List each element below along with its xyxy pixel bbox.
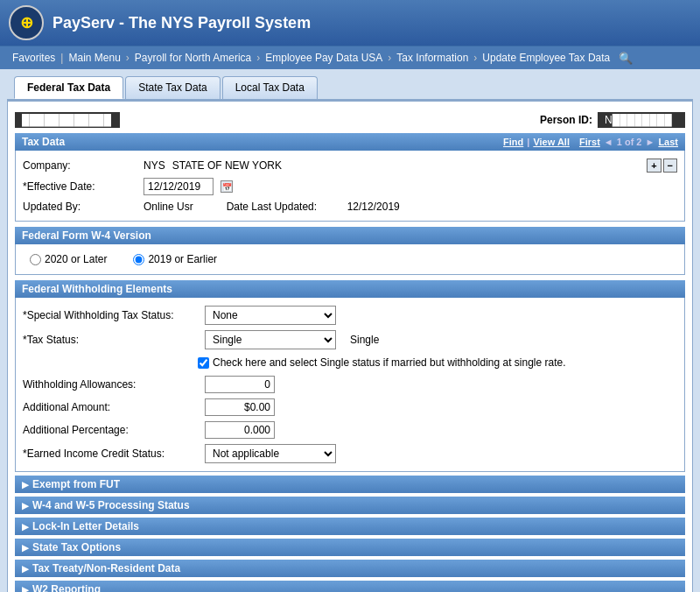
nav-favorites[interactable]: Favorites bbox=[7, 49, 60, 67]
w2-label: W2 Reporting bbox=[32, 583, 101, 592]
tabs-container: Federal Tax Data State Tax Data Local Ta… bbox=[7, 69, 693, 99]
date-last-updated-label: Date Last Updated: bbox=[227, 201, 340, 213]
nav-payroll[interactable]: Payroll for North America bbox=[130, 49, 256, 67]
w4-w5-label: W-4 and W-5 Processing Status bbox=[32, 499, 190, 511]
tax-status-select[interactable]: Single bbox=[205, 330, 336, 349]
updated-by-value: Online Usr bbox=[144, 201, 193, 213]
tax-data-title: Tax Data bbox=[22, 136, 65, 148]
w4-body: 2020 or Later 2019 or Earlier bbox=[15, 244, 685, 275]
w4-radio-2020[interactable] bbox=[30, 254, 41, 265]
app-header: ⊕ PayServ - The NYS Payroll System bbox=[0, 0, 700, 46]
person-id-area: Person ID: N████████ bbox=[540, 112, 685, 128]
app-logo: ⊕ bbox=[9, 5, 44, 40]
lock-in-section[interactable]: ▶ Lock-In Letter Details bbox=[15, 518, 685, 535]
updated-by-row: Updated By: Online Usr Date Last Updated… bbox=[23, 198, 677, 215]
w4-option1[interactable]: 2020 or Later bbox=[30, 253, 107, 265]
logo-icon: ⊕ bbox=[20, 13, 33, 32]
first-link[interactable]: First bbox=[579, 137, 600, 147]
main-content: ████████████ Person ID: N████████ Tax Da… bbox=[7, 101, 693, 592]
additional-percentage-input[interactable] bbox=[205, 421, 275, 439]
earned-income-select[interactable]: Not applicable bbox=[205, 444, 336, 463]
w4-radio-row: 2020 or Later 2019 or Earlier bbox=[23, 250, 677, 269]
additional-percentage-label: Additional Percentage: bbox=[23, 424, 198, 436]
person-id-label: Person ID: bbox=[540, 114, 592, 126]
special-status-label: *Special Withholding Tax Status: bbox=[23, 309, 198, 321]
tax-data-nav: Find | View All First ◄ 1 of 2 ► Last bbox=[503, 137, 678, 147]
w4-option2[interactable]: 2019 or Earlier bbox=[133, 253, 217, 265]
checkbox-row: Check here and select Single status if m… bbox=[23, 352, 677, 373]
w2-reporting-section[interactable]: ▶ W2 Reporting bbox=[15, 581, 685, 592]
withholding-body: *Special Withholding Tax Status: None *T… bbox=[15, 298, 685, 472]
updated-by-label: Updated By: bbox=[23, 201, 136, 213]
app-title: PayServ - The NYS Payroll System bbox=[52, 14, 311, 32]
w4-option2-label: 2019 or Earlier bbox=[148, 253, 217, 265]
additional-amount-row: Additional Amount: bbox=[23, 396, 677, 419]
lock-in-label: Lock-In Letter Details bbox=[32, 520, 139, 532]
date-last-updated-value: 12/12/2019 bbox=[347, 201, 400, 213]
w4-w5-section[interactable]: ▶ W-4 and W-5 Processing Status bbox=[15, 497, 685, 514]
single-status-checkbox[interactable] bbox=[198, 357, 209, 369]
tax-treaty-label: Tax Treaty/Non-Resident Data bbox=[32, 562, 180, 574]
effective-date-input[interactable] bbox=[144, 178, 214, 195]
additional-amount-label: Additional Amount: bbox=[23, 401, 198, 413]
earned-income-row: *Earned Income Credit Status: Not applic… bbox=[23, 441, 677, 466]
person-name: ████████████ bbox=[15, 112, 120, 128]
page-info: 1 of 2 bbox=[617, 137, 642, 147]
nav-update-tax[interactable]: Update Employee Tax Data bbox=[477, 49, 615, 67]
additional-amount-input[interactable] bbox=[205, 398, 275, 416]
last-link[interactable]: Last bbox=[658, 137, 678, 147]
w2-arrow: ▶ bbox=[22, 585, 29, 593]
company-row: Company: NYS STATE OF NEW YORK + − bbox=[23, 156, 677, 175]
person-row: ████████████ Person ID: N████████ bbox=[15, 109, 685, 133]
effective-date-row: *Effective Date: 📅 bbox=[23, 175, 677, 198]
tax-treaty-arrow: ▶ bbox=[22, 564, 29, 574]
w4-title: Federal Form W-4 Version bbox=[22, 229, 151, 242]
content-wrapper: Federal Tax Data State Tax Data Local Ta… bbox=[0, 69, 700, 592]
exempt-fut-arrow: ▶ bbox=[22, 480, 29, 490]
add-button[interactable]: + bbox=[647, 159, 661, 173]
tab-state-tax[interactable]: State Tax Data bbox=[125, 76, 220, 99]
tax-treaty-section[interactable]: ▶ Tax Treaty/Non-Resident Data bbox=[15, 560, 685, 577]
withholding-allowances-input[interactable] bbox=[205, 376, 275, 393]
tax-data-header: Tax Data Find | View All First ◄ 1 of 2 … bbox=[15, 133, 685, 151]
nav-tax-info[interactable]: Tax Information bbox=[391, 49, 473, 67]
tax-status-label: *Tax Status: bbox=[23, 334, 198, 346]
w4-radio-2019[interactable] bbox=[133, 254, 144, 265]
nav-main-menu[interactable]: Main Menu bbox=[63, 49, 125, 67]
remove-button[interactable]: − bbox=[663, 159, 677, 173]
state-tax-options-arrow: ▶ bbox=[22, 543, 29, 553]
tab-local-tax[interactable]: Local Tax Data bbox=[222, 76, 318, 99]
w4-w5-arrow: ▶ bbox=[22, 501, 29, 511]
person-id-value: N████████ bbox=[598, 112, 685, 128]
tax-status-row: *Tax Status: Single Single bbox=[23, 328, 677, 352]
company-label: Company: bbox=[23, 159, 136, 172]
withholding-allowances-row: Withholding Allowances: bbox=[23, 373, 677, 396]
state-tax-options-section[interactable]: ▶ State Tax Options bbox=[15, 539, 685, 556]
w4-option1-label: 2020 or Later bbox=[45, 253, 107, 265]
lock-in-arrow: ▶ bbox=[22, 522, 29, 532]
nav-employee-pay[interactable]: Employee Pay Data USA bbox=[260, 49, 388, 67]
tax-status-display: Single bbox=[350, 334, 379, 346]
effective-date-label: *Effective Date: bbox=[23, 180, 136, 193]
tax-data-body: Company: NYS STATE OF NEW YORK + − *Effe… bbox=[15, 151, 685, 222]
view-all-link[interactable]: View All bbox=[533, 137, 570, 147]
withholding-section-header: Federal Withholding Elements bbox=[15, 280, 685, 298]
withholding-title: Federal Withholding Elements bbox=[22, 283, 172, 295]
calendar-icon[interactable]: 📅 bbox=[220, 180, 233, 193]
checkbox-label: Check here and select Single status if m… bbox=[213, 356, 566, 369]
navbar: Favorites | Main Menu › Payroll for Nort… bbox=[0, 46, 700, 69]
exempt-fut-label: Exempt from FUT bbox=[32, 478, 120, 490]
find-link[interactable]: Find bbox=[503, 137, 523, 147]
earned-income-label: *Earned Income Credit Status: bbox=[23, 448, 198, 460]
search-icon[interactable]: 🔍 bbox=[619, 52, 633, 65]
exempt-fut-section[interactable]: ▶ Exempt from FUT bbox=[15, 476, 685, 493]
withholding-allowances-label: Withholding Allowances: bbox=[23, 378, 198, 391]
company-name: STATE OF NEW YORK bbox=[172, 159, 282, 172]
special-status-select[interactable]: None bbox=[205, 306, 336, 325]
state-tax-options-label: State Tax Options bbox=[32, 541, 121, 553]
special-status-row: *Special Withholding Tax Status: None bbox=[23, 303, 677, 328]
tab-federal-tax[interactable]: Federal Tax Data bbox=[14, 76, 123, 99]
company-code: NYS bbox=[144, 159, 165, 172]
additional-percentage-row: Additional Percentage: bbox=[23, 419, 677, 441]
w4-section-header: Federal Form W-4 Version bbox=[15, 227, 685, 244]
